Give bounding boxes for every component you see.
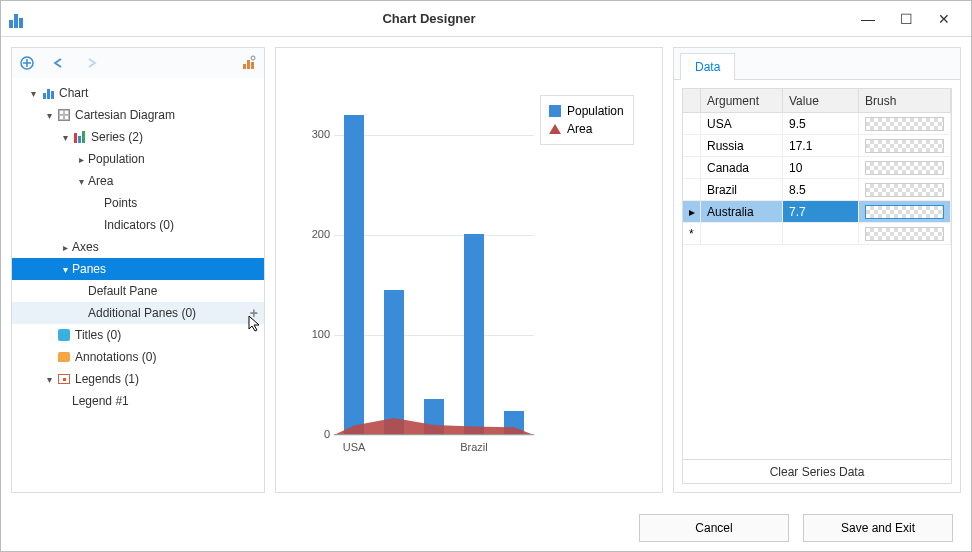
tree-label: Axes <box>72 240 99 254</box>
tree-label: Cartesian Diagram <box>75 108 175 122</box>
cell-brush[interactable] <box>859 135 951 156</box>
col-argument[interactable]: Argument <box>701 89 783 112</box>
cell-brush[interactable] <box>859 179 951 200</box>
close-button[interactable]: ✕ <box>925 7 963 31</box>
legend-item-area: Area <box>549 120 625 138</box>
tree-node-titles[interactable]: Titles (0) <box>12 324 264 346</box>
tree-label: Chart <box>59 86 88 100</box>
row-indicator: ▸ <box>683 201 701 222</box>
grid-row[interactable]: USA9.5 <box>683 113 951 135</box>
legend-label: Population <box>567 104 624 118</box>
chart-designer-window: Chart Designer — ☐ ✕ ▾Chart ▾Cartesian D… <box>0 0 972 552</box>
cell-brush[interactable] <box>859 201 951 222</box>
svg-rect-3 <box>251 62 254 69</box>
undo-icon[interactable] <box>50 54 68 72</box>
cell-argument[interactable]: Canada <box>701 157 783 178</box>
row-indicator <box>683 157 701 178</box>
svg-rect-1 <box>243 64 246 69</box>
svg-rect-2 <box>247 60 250 69</box>
tree-node-annotations[interactable]: Annotations (0) <box>12 346 264 368</box>
cell-value[interactable]: 10 <box>783 157 859 178</box>
chart-options-icon[interactable] <box>240 54 258 72</box>
tree-label: Series (2) <box>91 130 143 144</box>
tree-node-panes[interactable]: ▾Panes <box>12 258 264 280</box>
structure-tree[interactable]: ▾Chart ▾Cartesian Diagram ▾Series (2) ▸P… <box>12 78 264 492</box>
tree-toolbar <box>12 48 264 78</box>
col-value[interactable]: Value <box>783 89 859 112</box>
tree-label: Indicators (0) <box>104 218 174 232</box>
tree-node-default-pane[interactable]: Default Pane <box>12 280 264 302</box>
tree-node-additional-panes[interactable]: Additional Panes (0) + <box>12 302 264 324</box>
tab-strip: Data <box>674 48 960 80</box>
svg-point-4 <box>251 56 255 60</box>
tree-node-population[interactable]: ▸Population <box>12 148 264 170</box>
grid-body: USA9.5Russia17.1Canada10Brazil8.5▸Austra… <box>683 113 951 459</box>
chart-preview: Population Area 0100200300 USABrazil <box>304 83 634 458</box>
tree-label: Default Pane <box>88 284 157 298</box>
minimize-button[interactable]: — <box>849 7 887 31</box>
tree-node-series[interactable]: ▾Series (2) <box>12 126 264 148</box>
tree-label: Additional Panes (0) <box>88 306 196 320</box>
titlebar: Chart Designer — ☐ ✕ <box>1 1 971 37</box>
data-grid[interactable]: Argument Value Brush USA9.5Russia17.1Can… <box>682 88 952 484</box>
cancel-button[interactable]: Cancel <box>639 514 789 542</box>
tree-panel: ▾Chart ▾Cartesian Diagram ▾Series (2) ▸P… <box>11 47 265 493</box>
tree-node-points[interactable]: Points <box>12 192 264 214</box>
cell-brush[interactable] <box>859 113 951 134</box>
tree-label: Legend #1 <box>72 394 129 408</box>
tree-node-legends[interactable]: ▾Legends (1) <box>12 368 264 390</box>
grid-row[interactable]: Russia17.1 <box>683 135 951 157</box>
cell-value[interactable]: 9.5 <box>783 113 859 134</box>
preview-panel: Population Area 0100200300 USABrazil <box>275 47 663 493</box>
cell-argument[interactable]: USA <box>701 113 783 134</box>
content-area: ▾Chart ▾Cartesian Diagram ▾Series (2) ▸P… <box>1 37 971 503</box>
new-row-icon: * <box>683 223 701 244</box>
cell-argument[interactable]: Russia <box>701 135 783 156</box>
cell-argument[interactable]: Brazil <box>701 179 783 200</box>
tree-node-area[interactable]: ▾Area <box>12 170 264 192</box>
tree-label: Panes <box>72 262 106 276</box>
cell-argument[interactable]: Australia <box>701 201 783 222</box>
tree-node-cartesian[interactable]: ▾Cartesian Diagram <box>12 104 264 126</box>
tree-label: Titles (0) <box>75 328 121 342</box>
grid-row[interactable]: ▸Australia7.7 <box>683 201 951 223</box>
cell-value[interactable]: 8.5 <box>783 179 859 200</box>
grid-new-row[interactable]: * <box>683 223 951 245</box>
tree-node-legend1[interactable]: Legend #1 <box>12 390 264 412</box>
data-panel: Data Argument Value Brush USA9.5Russia17… <box>673 47 961 493</box>
clear-series-button[interactable]: Clear Series Data <box>683 459 951 483</box>
clear-label: Clear Series Data <box>770 465 865 479</box>
tree-label: Legends (1) <box>75 372 139 386</box>
button-label: Save and Exit <box>841 521 915 535</box>
grid-row[interactable]: Brazil8.5 <box>683 179 951 201</box>
tab-label: Data <box>695 60 720 74</box>
chart-legend: Population Area <box>540 95 634 145</box>
tree-label: Annotations (0) <box>75 350 156 364</box>
tree-label: Points <box>104 196 137 210</box>
cell-brush[interactable] <box>859 157 951 178</box>
tree-node-chart[interactable]: ▾Chart <box>12 82 264 104</box>
row-indicator <box>683 135 701 156</box>
maximize-button[interactable]: ☐ <box>887 7 925 31</box>
row-indicator <box>683 179 701 200</box>
redo-icon[interactable] <box>82 54 100 72</box>
add-pane-icon[interactable]: + <box>250 305 258 321</box>
grid-row[interactable]: Canada10 <box>683 157 951 179</box>
save-and-exit-button[interactable]: Save and Exit <box>803 514 953 542</box>
tree-label: Area <box>88 174 113 188</box>
tree-label: Population <box>88 152 145 166</box>
footer: Cancel Save and Exit <box>1 503 971 551</box>
legend-item-population: Population <box>549 102 625 120</box>
cell-value[interactable]: 7.7 <box>783 201 859 222</box>
legend-label: Area <box>567 122 592 136</box>
plot-area: 0100200300 USABrazil <box>334 95 534 435</box>
tab-data[interactable]: Data <box>680 53 735 80</box>
button-label: Cancel <box>695 521 732 535</box>
col-brush[interactable]: Brush <box>859 89 951 112</box>
cell-value[interactable]: 17.1 <box>783 135 859 156</box>
row-indicator <box>683 113 701 134</box>
svg-marker-5 <box>334 417 534 434</box>
tree-node-axes[interactable]: ▸Axes <box>12 236 264 258</box>
tree-node-indicators[interactable]: Indicators (0) <box>12 214 264 236</box>
add-icon[interactable] <box>18 54 36 72</box>
